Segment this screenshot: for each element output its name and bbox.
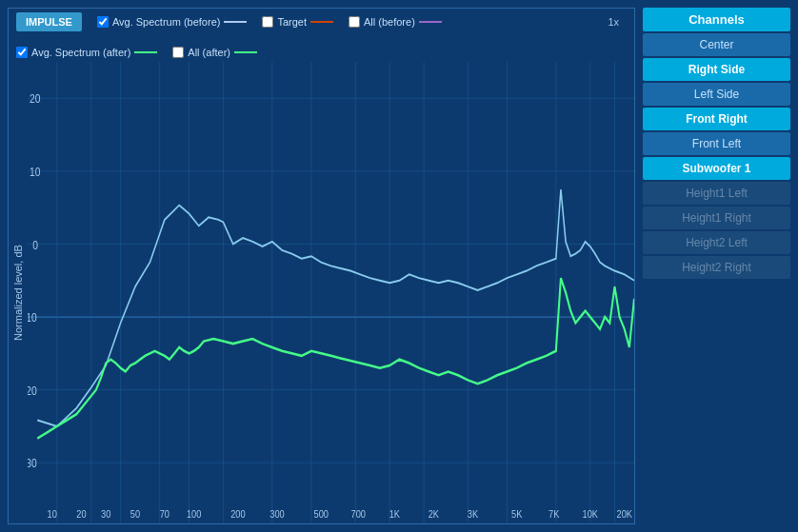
channels-header: Channels bbox=[643, 8, 790, 31]
svg-text:-20: -20 bbox=[28, 384, 37, 397]
legend-avg-after-line bbox=[134, 51, 157, 53]
legend-target-label: Target bbox=[277, 16, 307, 28]
svg-text:50: 50 bbox=[130, 508, 140, 520]
legend-target-line bbox=[310, 21, 333, 23]
sidebar-item-left-side[interactable]: Left Side bbox=[643, 83, 790, 106]
legend-avg-before: Avg. Spectrum (before) bbox=[97, 16, 248, 28]
svg-text:10K: 10K bbox=[583, 508, 598, 520]
sidebar-item-center[interactable]: Center bbox=[643, 33, 790, 56]
svg-text:70: 70 bbox=[160, 508, 170, 520]
svg-text:20: 20 bbox=[76, 508, 86, 520]
sidebar-item-front-left[interactable]: Front Left bbox=[643, 132, 790, 155]
chart-wrapper: Normalized level, dB 20 10 bbox=[9, 62, 634, 523]
impulse-button[interactable]: IMPULSE bbox=[16, 12, 82, 31]
svg-text:0: 0 bbox=[32, 239, 38, 251]
svg-text:10: 10 bbox=[48, 508, 57, 520]
svg-text:20K: 20K bbox=[617, 508, 632, 520]
chart-canvas: 20 10 0 -10 -20 -30 bbox=[28, 62, 634, 523]
svg-text:30: 30 bbox=[101, 508, 110, 520]
svg-text:7K: 7K bbox=[549, 508, 559, 520]
sidebar-item-height2-right: Height2 Right bbox=[643, 256, 790, 279]
svg-text:3K: 3K bbox=[468, 508, 478, 520]
svg-text:700: 700 bbox=[351, 508, 367, 520]
svg-text:-10: -10 bbox=[28, 311, 37, 324]
sidebar: Channels Center Right Side Left Side Fro… bbox=[643, 8, 790, 524]
svg-text:100: 100 bbox=[187, 508, 202, 520]
svg-text:1K: 1K bbox=[389, 508, 400, 520]
chart-svg: 20 10 0 -10 -20 -30 bbox=[28, 62, 634, 523]
svg-text:20: 20 bbox=[30, 92, 40, 105]
legend-all-after: All (after) bbox=[172, 47, 257, 58]
sidebar-item-height2-left: Height2 Left bbox=[643, 231, 790, 254]
legend-target: Target bbox=[262, 16, 333, 28]
legend-all-after-checkbox[interactable] bbox=[172, 47, 184, 58]
y-axis-label: Normalized level, dB bbox=[9, 62, 28, 523]
legend-target-checkbox[interactable] bbox=[262, 16, 273, 28]
legend-avg-before-line bbox=[224, 21, 247, 23]
legend-avg-after-label: Avg. Spectrum (after) bbox=[31, 47, 130, 58]
sidebar-item-height1-right: Height1 Right bbox=[643, 207, 790, 229]
legend-all-before: All (before) bbox=[349, 16, 442, 28]
svg-text:200: 200 bbox=[230, 508, 246, 520]
legend-all-before-label: All (before) bbox=[364, 16, 415, 28]
svg-text:5K: 5K bbox=[511, 508, 522, 520]
legend-bar: IMPULSE Avg. Spectrum (before) Target Al… bbox=[9, 9, 634, 62]
legend-all-after-label: All (after) bbox=[188, 47, 230, 58]
legend-avg-after-checkbox[interactable] bbox=[16, 47, 28, 58]
legend-avg-after: Avg. Spectrum (after) bbox=[16, 47, 157, 58]
sidebar-item-subwoofer-1[interactable]: Subwoofer 1 bbox=[643, 157, 790, 180]
legend-all-after-line bbox=[234, 51, 257, 53]
zoom-label: 1x bbox=[608, 16, 619, 28]
svg-text:-30: -30 bbox=[28, 457, 37, 469]
sidebar-item-height1-left: Height1 Left bbox=[643, 182, 790, 205]
legend-avg-before-label: Avg. Spectrum (before) bbox=[112, 16, 221, 28]
legend-all-before-checkbox[interactable] bbox=[349, 16, 360, 28]
sidebar-item-right-side[interactable]: Right Side bbox=[643, 58, 790, 81]
main-container: IMPULSE Avg. Spectrum (before) Target Al… bbox=[0, 0, 798, 532]
svg-text:2K: 2K bbox=[429, 508, 439, 520]
svg-text:10: 10 bbox=[30, 166, 40, 178]
sidebar-item-front-right[interactable]: Front Right bbox=[643, 108, 790, 130]
svg-rect-0 bbox=[28, 62, 634, 523]
svg-text:300: 300 bbox=[269, 508, 285, 520]
svg-text:500: 500 bbox=[314, 508, 329, 520]
legend-avg-before-checkbox[interactable] bbox=[97, 16, 109, 28]
chart-area: IMPULSE Avg. Spectrum (before) Target Al… bbox=[8, 8, 635, 524]
legend-all-before-line bbox=[419, 21, 442, 23]
